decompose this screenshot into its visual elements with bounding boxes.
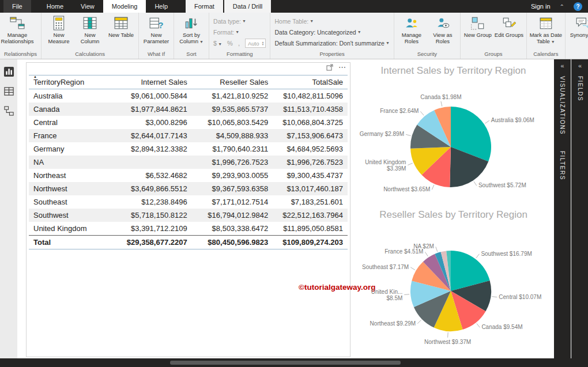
tab-view[interactable]: View [72,0,103,13]
table-cell: Australia [29,89,110,103]
model-view-icon[interactable] [3,105,14,116]
new-measure-button[interactable]: New Measure [43,13,74,44]
table-row[interactable]: Northwest$3,649,866.5512$9,367,593.6358$… [29,182,348,195]
collapse-ribbon-icon[interactable]: ⌃ [560,3,564,10]
table-cell: Central [29,116,110,129]
view-rail [0,59,17,358]
decimal-places-stepper[interactable]: Auto▲▼ [245,39,266,48]
manage-roles-label: Manage Roles [402,32,421,44]
report-view-icon[interactable] [3,66,14,77]
table-row[interactable]: United Kingdom$3,391,712.2109$8,503,338.… [29,222,348,236]
internet-sales-pie-chart: Australia $9.06MSouthwest $5.72MNorthwes… [353,80,554,210]
table-row[interactable]: Canada$1,977,844.8621$9,535,865.5737$11,… [29,103,348,116]
fields-pane-tab[interactable]: FIELDS [577,76,583,101]
tab-file[interactable]: File [3,0,31,13]
manage-roles-button[interactable]: Manage Roles [396,13,427,44]
data-view-icon[interactable] [3,86,14,97]
ribbon-group-security: Manage Roles View as Roles Security [394,13,461,59]
column-header-totalsale[interactable]: TotalSale [273,75,348,89]
pie-slice-label: Canada $1.98M [420,94,461,100]
table-cell: Northwest [29,182,110,195]
label-connector-line [406,134,411,135]
table-row[interactable]: Central$3,000.8296$10,065,803.5429$10,06… [29,116,348,129]
table-cell: Germany [29,142,110,156]
filters-pane-tab[interactable]: FILTERS [559,151,566,180]
focus-mode-icon[interactable] [326,64,333,71]
tab-home[interactable]: Home [38,0,72,13]
table-cell: $9,535,865.5737 [192,103,273,116]
table-row[interactable]: Germany$2,894,312.3382$1,790,640.2311$4,… [29,142,348,156]
table-row[interactable]: Southwest$5,718,150.8122$16,794,012.9842… [29,209,348,222]
table-cell [110,156,191,169]
table-cell: $10,482,811.5096 [273,89,348,103]
pie-slice-label: Australia $9.06M [491,117,534,123]
table-row[interactable]: NA$1,996,726.7523$1,996,726.7523 [29,156,348,169]
help-icon[interactable]: ? [574,2,582,11]
table-cell: $13,017,460.187 [273,182,348,195]
table-row[interactable]: Northeast$6,532.4682$9,293,903.0055$9,30… [29,169,348,182]
percent-format-button[interactable]: % [227,40,233,47]
expand-pane-icon[interactable]: « [554,59,571,69]
internet-sales-pie-visual[interactable]: Internet Sales by Territory Region Austr… [353,65,554,210]
new-parameter-button[interactable]: ? New Parameter [141,13,172,44]
synonyms-button[interactable]: Synonyms [567,13,588,38]
home-table-dropdown[interactable]: Home Table:▼ [274,17,389,25]
reseller-sales-pie-chart: Southwest $16.79MCentral $10.07MCanada $… [353,224,554,354]
table-row[interactable]: France$2,644,017.7143$4,509,888.933$7,15… [29,129,348,142]
column-header-reseller-sales[interactable]: Reseller Sales [192,75,273,89]
column-header-territoryregion[interactable]: ▲TerritoryRegion [29,75,110,89]
chart-title: Reseller Sales by Territory Region [353,209,554,224]
edit-groups-button[interactable]: Edit Groups [493,13,525,38]
tab-modeling[interactable]: Modeling [103,0,146,13]
home-table-label: Home Table: [274,18,308,25]
ribbon-group-formatting: Data type:▼ Format:▼ $▼ % , Auto▲▼ Forma… [209,13,270,59]
new-group-button[interactable]: New Group [462,13,493,38]
format-dropdown[interactable]: Format:▼ [213,28,266,36]
sign-in-button[interactable]: Sign in [531,3,551,10]
label-connector-line [417,320,421,323]
table-row[interactable]: Southeast$12,238.8496$7,171,012.7514$7,1… [29,195,348,209]
group-label-formatting: Formatting [211,50,268,59]
table-cell: $4,684,952.5693 [273,142,348,156]
currency-format-button[interactable]: $▼ [213,40,222,47]
data-category-dropdown[interactable]: Data Category: Uncategorized▼ [274,28,389,36]
table-visual[interactable]: ⋯ ▲TerritoryRegion Internet Sales Resell… [26,62,350,357]
label-connector-line [408,163,412,165]
table-cell: $9,300,435.4737 [273,169,348,182]
new-column-label: New Column [81,32,100,44]
manage-relationships-button[interactable]: Manage Relationships [2,13,33,44]
tab-format[interactable]: Format [186,0,223,13]
new-column-button[interactable]: New Column [74,13,105,44]
tab-help[interactable]: Help [146,0,176,13]
table-total-cell: Total [29,236,110,249]
table-cell: Northeast [29,169,110,182]
column-header-internet-sales[interactable]: Internet Sales [110,75,191,89]
default-summarization-dropdown[interactable]: Default Summarization: Don't summarize▼ [274,39,389,47]
sort-ascending-icon: ▲ [33,75,37,79]
table-cell: France [29,129,110,142]
tab-data-drill[interactable]: Data / Drill [224,0,271,13]
table-cell: $5,718,150.8122 [110,209,191,222]
reseller-sales-pie-visual[interactable]: Reseller Sales by Territory Region South… [353,209,554,358]
table-cell: $3,649,866.5512 [110,182,191,195]
new-table-button[interactable]: New Table [105,13,137,38]
mark-as-date-table-button[interactable]: Mark as Date Table▼ [529,13,563,44]
visualizations-pane-tab[interactable]: VISUALIZATIONS [559,76,566,135]
comma-format-button[interactable]: , [238,40,240,47]
more-options-icon[interactable]: ⋯ [338,64,346,71]
new-column-icon [82,15,97,31]
table-total-cell: $80,450,596.9823 [192,236,273,249]
new-measure-icon [52,15,66,31]
view-as-roles-button[interactable]: View as Roles [427,13,458,44]
table-body: Australia$9,061,000.5844$1,421,810.9252$… [29,89,348,236]
stepper-arrows-icon: ▲▼ [262,41,265,46]
report-canvas: ⋯ ▲TerritoryRegion Internet Sales Resell… [17,59,554,358]
sort-by-column-button[interactable]: Sort by Column▼ [176,13,207,44]
synonyms-icon [575,15,588,31]
label-connector-line [448,332,448,338]
table-row[interactable]: Australia$9,061,000.5844$1,421,810.9252$… [29,89,348,103]
manage-relationships-icon [10,15,25,31]
horizontal-scrollbar-thumb[interactable] [170,361,401,365]
data-type-dropdown[interactable]: Data type:▼ [213,17,266,25]
expand-pane-icon[interactable]: « [572,59,588,69]
